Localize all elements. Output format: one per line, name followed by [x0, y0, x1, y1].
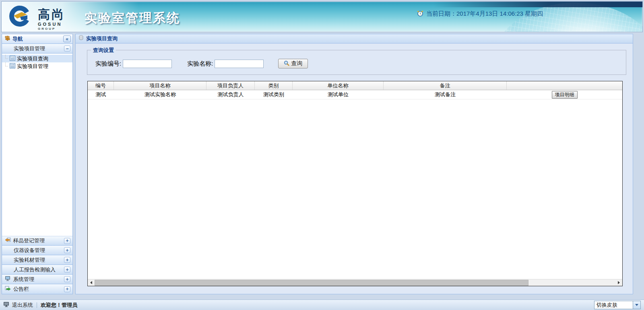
sidebar-item-experiment-query[interactable]: 实验项目查询	[2, 55, 72, 62]
section-label: 系统管理	[13, 276, 62, 283]
column-header-action[interactable]	[507, 81, 622, 90]
cell-action: 项目明细	[507, 90, 622, 99]
skin-select[interactable]: 切换皮肤	[594, 301, 641, 309]
signpost-icon	[4, 35, 10, 43]
column-header-code[interactable]: 编号	[88, 81, 114, 90]
section-label: 样品登记管理	[13, 237, 62, 244]
sidebar-section-instrument[interactable]: 仪器设备管理 +	[2, 246, 72, 255]
status-bar: 退出系统 欢迎您！管理员 切换皮肤	[0, 300, 644, 310]
expand-plus-icon[interactable]: +	[64, 257, 70, 263]
main-panel: 实验项目查询 查询设置 实验编号: 实验名称: 查询	[75, 34, 633, 294]
query-row: 实验编号: 实验名称: 查询	[95, 59, 626, 68]
logout-label: 退出系统	[12, 302, 33, 309]
announcement-icon	[5, 286, 11, 292]
project-detail-button[interactable]: 项目明细	[552, 91, 578, 99]
query-fieldset: 查询设置 实验编号: 实验名称: 查询	[87, 50, 626, 75]
sidebar-item-experiment-manage[interactable]: 实验项目管理	[2, 62, 72, 70]
sidebar-item-label: 实验项目管理	[17, 63, 48, 70]
brand-text: 高尚 GOSUN GROUP	[38, 8, 65, 31]
cell-project-name: 测试实验名称	[114, 90, 206, 99]
panel-header: 实验项目查询	[76, 34, 633, 43]
scrollbar-thumb[interactable]	[95, 280, 528, 286]
tree-elbow	[3, 55, 8, 62]
experiment-code-input[interactable]	[123, 60, 172, 68]
collapse-minus-icon[interactable]: −	[64, 45, 70, 52]
form-icon	[10, 56, 15, 62]
grid-header-row: 编号 项目名称 项目负责人 类别 单位名称 备注	[88, 81, 622, 90]
brand-name-cn: 高尚	[38, 8, 65, 21]
nav-title: 导航	[12, 35, 61, 43]
app-title: 实验室管理系统	[85, 10, 180, 27]
section-label: 公告栏	[13, 285, 62, 293]
scroll-right-icon[interactable]	[615, 279, 622, 286]
monitor-icon	[5, 276, 11, 283]
sidebar-section-system[interactable]: 系统管理 +	[2, 275, 72, 284]
page-title: 实验项目查询	[86, 35, 118, 42]
results-grid: 编号 项目名称 项目负责人 类别 单位名称 备注 测试 测试实验名称 测试负责人…	[87, 81, 623, 286]
app-window: 高尚 GOSUN GROUP 实验室管理系统 当前日期：2017年4月13日 1…	[0, 0, 644, 310]
section-label: 人工报告检测输入	[14, 266, 62, 273]
experiment-name-input[interactable]	[215, 60, 264, 68]
statusbar-divider	[37, 302, 37, 308]
section-label: 仪器设备管理	[14, 247, 62, 254]
expand-plus-icon[interactable]: +	[64, 267, 70, 273]
logout-button[interactable]: 退出系统	[3, 302, 33, 309]
cell-code: 测试	[88, 90, 114, 99]
experiment-name-label: 实验名称:	[187, 60, 213, 68]
scroll-left-icon[interactable]	[88, 279, 95, 286]
form-icon	[10, 63, 15, 70]
horizontal-scrollbar[interactable]	[88, 279, 622, 286]
cell-unit-name: 测试单位	[293, 90, 384, 99]
sidebar-section-consumables[interactable]: 实验耗材管理 +	[2, 255, 72, 265]
sidebar-nav-header: 导航 «	[2, 34, 72, 44]
tree-elbow	[3, 62, 8, 70]
expand-plus-icon[interactable]: +	[64, 276, 70, 282]
app-header: 高尚 GOSUN GROUP 实验室管理系统 当前日期：2017年4月13日 1…	[1, 1, 643, 32]
header-dark-corner	[433, 2, 642, 7]
datetime-display: 当前日期：2017年4月13日 14:06:23 星期四	[417, 10, 543, 18]
query-legend: 查询设置	[91, 47, 116, 54]
brand-name-group: GROUP	[38, 27, 65, 31]
cell-category: 测试类别	[255, 90, 293, 99]
sample-icon	[5, 238, 11, 244]
search-button[interactable]: 查询	[278, 59, 308, 68]
sidebar-section-bulletin[interactable]: 公告栏 +	[2, 284, 72, 294]
section-label: 实验耗材管理	[14, 256, 62, 264]
chevron-down-icon[interactable]	[633, 301, 641, 309]
brand-logo: 高尚 GOSUN GROUP	[8, 4, 65, 31]
column-header-project-name[interactable]: 项目名称	[114, 81, 206, 90]
welcome-text: 欢迎您！管理员	[41, 302, 77, 309]
sidebar-section-manual-report[interactable]: 人工报告检测输入 +	[2, 265, 72, 275]
magnifier-icon	[284, 60, 289, 67]
table-row[interactable]: 测试 测试实验名称 测试负责人 测试类别 测试单位 测试备注 项目明细	[88, 90, 622, 99]
cell-remark: 测试备注	[384, 90, 507, 99]
column-header-remark[interactable]: 备注	[384, 81, 507, 90]
sidebar: 导航 « 实验项目管理 − 实验项目查询	[2, 34, 73, 294]
column-header-category[interactable]: 类别	[255, 81, 293, 90]
expand-plus-icon[interactable]: +	[64, 238, 70, 244]
sidebar-tree: 实验项目查询 实验项目管理	[2, 54, 72, 236]
page-icon	[78, 35, 84, 42]
section-label: 实验项目管理	[14, 45, 62, 52]
column-header-project-leader[interactable]: 项目负责人	[206, 81, 255, 90]
brand-name-en: GOSUN	[38, 22, 65, 27]
sidebar-item-label: 实验项目查询	[17, 55, 48, 62]
sidebar-collapse-button[interactable]: «	[63, 35, 71, 42]
experiment-code-label: 实验编号:	[95, 60, 121, 68]
sidebar-section-experiment-project[interactable]: 实验项目管理 −	[2, 44, 72, 54]
computer-icon	[3, 302, 10, 308]
column-header-unit-name[interactable]: 单位名称	[293, 81, 384, 90]
gosun-g-logo-icon	[8, 4, 35, 31]
cell-project-leader: 测试负责人	[206, 90, 255, 99]
sidebar-section-sample-registration[interactable]: 样品登记管理 +	[2, 236, 72, 246]
datetime-text: 当前日期：2017年4月13日 14:06:23 星期四	[426, 10, 543, 18]
expand-plus-icon[interactable]: +	[64, 286, 70, 292]
expand-plus-icon[interactable]: +	[64, 247, 70, 253]
clock-icon	[417, 10, 423, 18]
search-button-label: 查询	[291, 60, 302, 67]
skin-select-value[interactable]: 切换皮肤	[594, 301, 633, 309]
